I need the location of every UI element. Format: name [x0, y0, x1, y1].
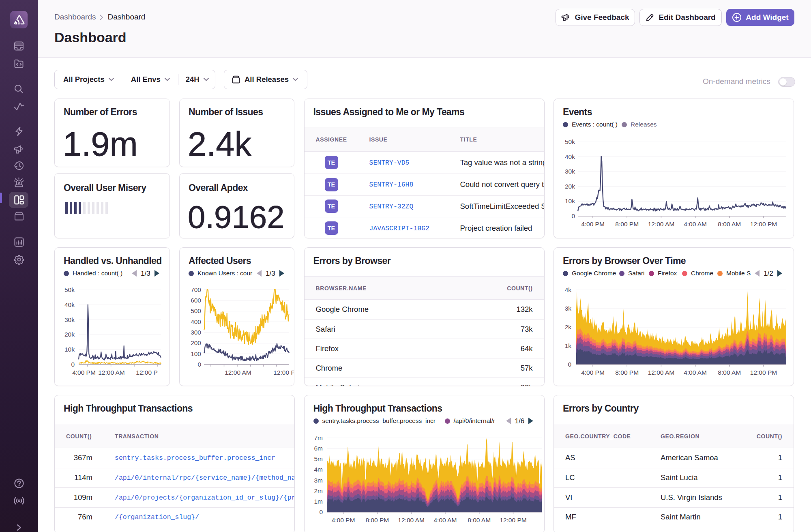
svg-text:8:00 PM: 8:00 PM — [615, 369, 639, 376]
svg-text:700: 700 — [191, 286, 201, 293]
svg-text:600: 600 — [191, 297, 201, 304]
svg-text:0: 0 — [568, 361, 571, 368]
svg-text:4:00 PM: 4:00 PM — [72, 369, 96, 376]
svg-text:20k: 20k — [64, 331, 75, 338]
svg-text:4k: 4k — [565, 286, 572, 293]
svg-text:5m: 5m — [314, 455, 323, 462]
svg-text:100: 100 — [191, 350, 201, 357]
svg-text:500: 500 — [191, 307, 201, 314]
svg-text:12:00 AM: 12:00 AM — [225, 369, 251, 376]
svg-text:4:00 PM: 4:00 PM — [331, 517, 355, 523]
svg-text:50k: 50k — [565, 138, 575, 145]
svg-text:40k: 40k — [64, 301, 75, 308]
svg-text:8:00 AM: 8:00 AM — [718, 369, 741, 376]
svg-text:40k: 40k — [565, 153, 575, 160]
svg-text:50k: 50k — [64, 286, 75, 293]
svg-text:4:00 PM: 4:00 PM — [581, 221, 605, 227]
svg-text:12:00 P: 12:00 P — [136, 369, 157, 376]
svg-text:0: 0 — [197, 361, 201, 368]
svg-text:12:00 PM: 12:00 PM — [500, 517, 526, 523]
svg-text:0: 0 — [571, 212, 575, 219]
svg-text:20k: 20k — [565, 183, 575, 190]
svg-text:6m: 6m — [314, 445, 323, 452]
svg-text:12:00 P: 12:00 P — [273, 369, 294, 376]
svg-text:7m: 7m — [314, 434, 323, 441]
svg-text:3k: 3k — [565, 305, 572, 312]
svg-text:3m: 3m — [314, 477, 323, 484]
svg-text:4:00 AM: 4:00 AM — [433, 517, 457, 523]
svg-text:8:00 AM: 8:00 AM — [718, 221, 741, 227]
svg-text:300: 300 — [191, 329, 201, 336]
svg-text:12:00 AM: 12:00 AM — [648, 221, 675, 227]
svg-text:8:00 PM: 8:00 PM — [615, 221, 639, 227]
svg-text:8:00 AM: 8:00 AM — [468, 517, 491, 523]
svg-text:0: 0 — [319, 508, 323, 515]
svg-text:0: 0 — [71, 361, 75, 368]
svg-text:1m: 1m — [314, 498, 323, 505]
svg-text:12:00 AM: 12:00 AM — [398, 517, 425, 523]
svg-text:30k: 30k — [565, 168, 575, 175]
svg-text:200: 200 — [191, 339, 201, 346]
svg-text:4:00 AM: 4:00 AM — [684, 369, 707, 376]
svg-text:1k: 1k — [565, 342, 572, 349]
svg-text:8:00 PM: 8:00 PM — [365, 517, 389, 523]
svg-text:4:00 AM: 4:00 AM — [684, 221, 707, 227]
svg-text:4m: 4m — [314, 466, 323, 473]
svg-text:12:00 PM: 12:00 PM — [750, 369, 777, 376]
svg-text:30k: 30k — [64, 316, 75, 323]
svg-text:2m: 2m — [314, 487, 323, 494]
svg-text:10k: 10k — [565, 197, 575, 204]
svg-text:12:00 AM: 12:00 AM — [98, 369, 125, 376]
svg-text:12:00 AM: 12:00 AM — [648, 369, 675, 376]
svg-text:400: 400 — [191, 318, 201, 325]
svg-text:2k: 2k — [565, 324, 572, 330]
svg-text:4:00 PM: 4:00 PM — [581, 369, 605, 376]
svg-text:12:00 PM: 12:00 PM — [750, 221, 777, 227]
svg-text:10k: 10k — [64, 346, 75, 353]
